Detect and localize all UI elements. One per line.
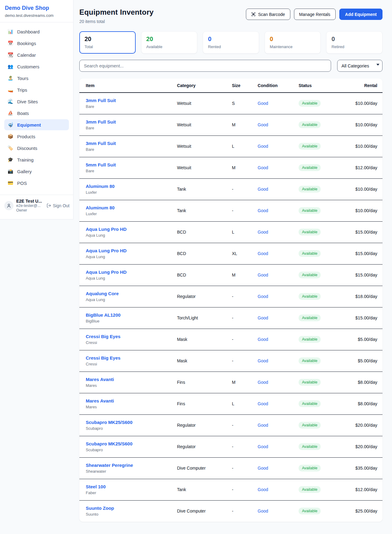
sidebar-item-pos[interactable]: 💳 POS [4,177,69,189]
item-size: - [227,436,253,457]
item-brand: Suunto [86,512,167,517]
table-row: Steel 100 Faber Tank - Good Available $1… [79,479,383,500]
item-name-link[interactable]: Steel 100 [86,484,167,489]
sidebar-item-dashboard[interactable]: 📊 Dashboard [4,26,69,37]
sidebar-item-customers[interactable]: 👥 Customers [4,61,69,72]
item-name-link[interactable]: Mares Avanti [86,398,167,403]
scan-barcode-button[interactable]: Scan Barcode [246,9,290,20]
sidebar-item-training[interactable]: 🎓 Training [4,154,69,165]
condition-link[interactable]: Good [258,230,268,235]
table-row: Shearwater Peregrine Shearwater Dive Com… [79,457,383,479]
items-count: 20 items total [79,19,154,24]
item-rental: $5.00/day [337,350,383,372]
condition-link[interactable]: Good [258,187,268,192]
condition-link[interactable]: Good [258,337,268,342]
condition-link[interactable]: Good [258,273,268,277]
condition-link[interactable]: Good [258,251,268,256]
item-name-link[interactable]: Aluminum 80 [86,205,167,210]
item-brand: BigBlue [86,319,167,323]
item-name-link[interactable]: Aqualung Core [86,291,167,296]
stat-card-total[interactable]: 20 Total [79,31,136,54]
sidebar-item-tours[interactable]: 🏝️ Tours [4,73,69,84]
stat-card-available[interactable]: 20 Available [141,31,198,54]
sidebar-item-boats[interactable]: ⛵ Boats [4,108,69,119]
products-icon: 📦 [7,134,13,139]
sidebar-item-calendar[interactable]: 📆 Calendar [4,49,69,60]
item-brand: Aqua Lung [86,297,167,302]
condition-link[interactable]: Good [258,315,268,320]
condition-link[interactable]: Good [258,144,268,149]
item-name-link[interactable]: BigBlue AL1200 [86,312,167,318]
condition-link[interactable]: Good [258,165,268,170]
stats-row: 20 Total 20 Available 0 Rented 0 Mainten… [79,31,383,54]
item-name-link[interactable]: Cressi Big Eyes [86,334,167,339]
item-rental: $10.00/day [337,200,383,221]
item-name-link[interactable]: Scubapro MK25/S600 [86,420,167,425]
item-name-link[interactable]: 3mm Full Suit [86,141,167,146]
item-brand: Aqua Lung [86,233,167,238]
condition-link[interactable]: Good [258,444,268,449]
sidebar-item-products[interactable]: 📦 Products [4,131,69,142]
manage-rentals-button[interactable]: Manage Rentals [294,9,336,20]
item-name-link[interactable]: Aqua Lung Pro HD [86,248,167,253]
item-name-link[interactable]: Shearwater Peregrine [86,463,167,468]
stat-card-maintenance[interactable]: 0 Maintenance [265,31,321,54]
item-name-link[interactable]: 3mm Full Suit [86,98,167,103]
table-row: Aqua Lung Pro HD Aqua Lung BCD L Good Av… [79,221,383,243]
category-select[interactable]: All Categories [337,60,383,72]
status-badge: Available [299,100,321,107]
dive-sites-icon: 🌊 [7,99,13,104]
condition-link[interactable]: Good [258,358,268,363]
sidebar-item-trips[interactable]: 🚤 Trips [4,84,69,95]
table-header-row: Item Category Size Condition Status Rent… [79,78,383,93]
item-size: - [227,286,253,307]
search-input[interactable] [79,60,331,72]
sidebar-item-equipment[interactable]: 🤿 Equipment [4,119,69,130]
item-category: Fins [172,372,227,393]
item-size: M [227,372,253,393]
filters-row: All Categories [79,60,383,72]
add-equipment-label: Add Equipment [345,12,377,17]
condition-link[interactable]: Good [258,208,268,213]
condition-link[interactable]: Good [258,294,268,299]
add-equipment-button[interactable]: Add Equipment [339,9,383,20]
stat-label: Available [146,44,192,49]
status-badge: Available [299,272,321,278]
sign-out-button[interactable]: Sign Out [47,203,70,208]
condition-link[interactable]: Good [258,101,268,106]
sidebar: Demo Dive Shop demo.test.divestreams.com… [0,0,74,219]
item-name-link[interactable]: Aluminum 80 [86,184,167,189]
table-row: 3mm Full Suit Bare Wetsuit S Good Availa… [79,93,383,114]
sidebar-item-label: Calendar [17,52,36,58]
sidebar-item-gallery[interactable]: 📸 Gallery [4,166,69,177]
sidebar-item-bookings[interactable]: 📅 Bookings [4,38,69,49]
item-name-link[interactable]: Suunto Zoop [86,505,167,511]
condition-link[interactable]: Good [258,487,268,492]
item-size: L [227,221,253,243]
user-name: E2E Test U... [16,199,44,204]
table-row: Suunto Zoop Suunto Dive Computer - Good … [79,500,383,522]
item-name-link[interactable]: Aqua Lung Pro HD [86,227,167,232]
header-actions: Scan Barcode Manage Rentals Add Equipmen… [246,9,383,20]
brand-name[interactable]: Demo Dive Shop [5,5,68,11]
item-rental: $25.00/day [337,500,383,522]
item-name-link[interactable]: Mares Avanti [86,377,167,382]
item-rental: $10.00/day [337,114,383,135]
sidebar-item-discounts[interactable]: 🏷️ Discounts [4,143,69,154]
condition-link[interactable]: Good [258,401,268,406]
condition-link[interactable]: Good [258,122,268,127]
condition-link[interactable]: Good [258,509,268,513]
item-name-link[interactable]: 3mm Full Suit [86,119,167,124]
item-name-link[interactable]: Aqua Lung Pro HD [86,269,167,275]
condition-link[interactable]: Good [258,466,268,471]
sidebar-item-dive-sites[interactable]: 🌊 Dive Sites [4,96,69,107]
status-badge: Available [299,379,321,386]
item-name-link[interactable]: Scubapro MK25/S600 [86,441,167,446]
condition-link[interactable]: Good [258,380,268,385]
item-size: L [227,393,253,414]
stat-card-rented[interactable]: 0 Rented [203,31,259,54]
stat-card-retired[interactable]: 0 Retired [326,31,383,54]
item-name-link[interactable]: 5mm Full Suit [86,162,167,167]
condition-link[interactable]: Good [258,423,268,428]
item-name-link[interactable]: Cressi Big Eyes [86,355,167,360]
